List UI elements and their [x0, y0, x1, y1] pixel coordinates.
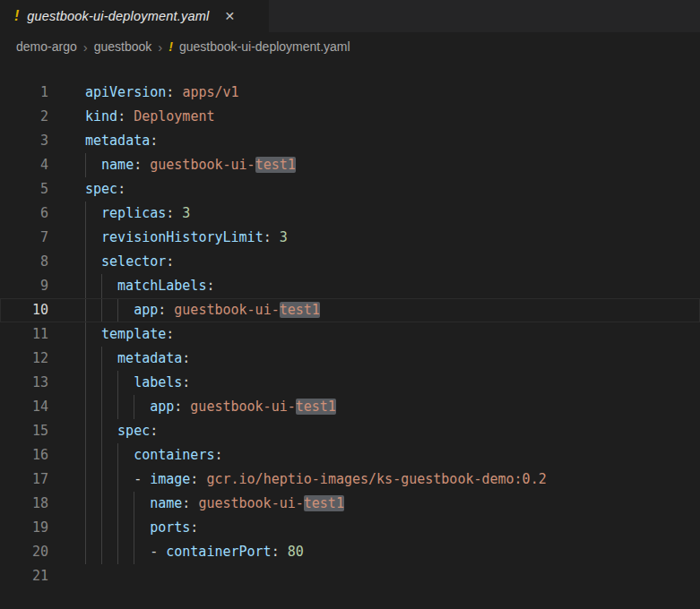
indent-guide	[101, 467, 117, 492]
close-icon[interactable]: ✕	[224, 9, 235, 23]
indent-guide	[85, 395, 101, 419]
code-line[interactable]: 19ports:	[0, 516, 700, 540]
code-line[interactable]: 8selector:	[0, 250, 700, 274]
code-text: apiVersion: apps/v1	[61, 81, 239, 105]
code-line[interactable]: 2kind: Deployment	[0, 105, 700, 129]
code-token: name	[150, 495, 182, 511]
indent-guide	[85, 419, 101, 443]
code-text: selector:	[61, 250, 174, 274]
code-line[interactable]: 10app: guestbook-ui-test1	[0, 298, 700, 322]
code-token: containerPort	[166, 544, 271, 560]
code-token: containers	[134, 447, 214, 463]
code-token: guestbook-ui-	[198, 495, 303, 511]
code-token: :	[272, 544, 280, 560]
indent-guide	[117, 443, 134, 467]
code-token: app	[150, 399, 174, 415]
code-token	[174, 205, 182, 221]
code-text: app: guestbook-ui-test1	[61, 395, 336, 419]
line-number: 17	[0, 467, 61, 492]
code-token: :	[190, 519, 198, 536]
line-number: 3	[0, 129, 61, 153]
code-token	[142, 157, 150, 173]
line-number: 2	[0, 105, 61, 129]
code-token: :	[166, 253, 174, 270]
code-line[interactable]: 6replicas: 3	[0, 202, 700, 226]
line-number: 6	[0, 202, 61, 226]
indent-guide	[85, 226, 101, 250]
indent-guide	[134, 516, 150, 540]
code-line[interactable]: 4name: guestbook-ui-test1	[0, 153, 700, 177]
code-line[interactable]: 21	[0, 564, 700, 588]
code-token: :	[117, 108, 125, 124]
line-number: 4	[0, 153, 61, 177]
code-text: matchLabels:	[61, 274, 214, 298]
editor[interactable]: 1apiVersion: apps/v12kind: Deployment3me…	[0, 61, 700, 588]
breadcrumb-item-file[interactable]: guestbook-ui-deployment.yaml	[179, 39, 350, 54]
code-token: 3	[182, 205, 190, 221]
code-line[interactable]: 17- image: gcr.io/heptio-images/ks-guest…	[0, 467, 700, 492]
code-line[interactable]: 1apiVersion: apps/v1	[0, 81, 700, 105]
code-token: -	[134, 471, 150, 487]
code-line[interactable]: 15spec:	[0, 419, 700, 443]
code-token: guestbook-ui-	[150, 157, 255, 173]
indent-guide	[117, 395, 134, 419]
line-number: 1	[0, 81, 61, 105]
breadcrumb-item-demo-argo[interactable]: demo-argo	[16, 39, 77, 54]
code-token: name	[101, 157, 134, 173]
code-text: name: guestbook-ui-test1	[61, 492, 344, 516]
code-token	[182, 399, 190, 415]
tab-guestbook-ui-deployment[interactable]: ! guestbook-ui-deployment.yaml ✕	[0, 0, 269, 32]
indent-guide	[117, 467, 134, 492]
code-token: 3	[280, 229, 288, 245]
indent-guide	[101, 516, 117, 540]
code-line[interactable]: 7revisionHistoryLimit: 3	[0, 226, 700, 250]
code-line[interactable]: 9matchLabels:	[0, 274, 700, 298]
code-line[interactable]: 12metadata:	[0, 347, 700, 371]
code-line[interactable]: 18name: guestbook-ui-test1	[0, 492, 700, 516]
code-token	[280, 544, 288, 560]
code-text: - containerPort: 80	[61, 540, 304, 564]
code-token: app	[134, 302, 158, 318]
code-text: metadata:	[61, 347, 190, 371]
code-line[interactable]: 20- containerPort: 80	[0, 540, 700, 564]
code-token: template	[101, 326, 166, 342]
indent-guide	[101, 443, 117, 467]
line-number: 15	[0, 419, 61, 443]
tab-bar: ! guestbook-ui-deployment.yaml ✕	[0, 0, 700, 32]
line-number: 13	[0, 371, 61, 395]
code-text	[61, 564, 85, 588]
indent-guide	[117, 298, 134, 322]
code-token: kind	[85, 108, 117, 124]
code-line[interactable]: 16containers:	[0, 443, 700, 467]
indent-guide	[101, 395, 117, 419]
code-token: selector	[101, 253, 166, 270]
code-text: ports:	[61, 516, 198, 540]
code-token: apiVersion	[85, 84, 166, 100]
code-token: spec	[117, 423, 150, 439]
indent-guide	[85, 274, 101, 298]
code-line[interactable]: 5spec:	[0, 177, 700, 202]
indent-guide	[117, 516, 134, 540]
code-token: ports	[150, 519, 190, 536]
code-line[interactable]: 11template:	[0, 322, 700, 347]
line-number: 21	[0, 564, 61, 588]
code-token	[166, 302, 174, 318]
code-token: :	[182, 374, 190, 390]
line-number: 11	[0, 322, 61, 347]
code-token: :	[182, 495, 190, 511]
breadcrumb-item-guestbook[interactable]: guestbook	[94, 39, 152, 54]
line-number: 12	[0, 347, 61, 371]
tab-title: guestbook-ui-deployment.yaml	[27, 9, 209, 23]
code-line[interactable]: 14app: guestbook-ui-test1	[0, 395, 700, 419]
code-token: :	[117, 181, 125, 197]
indent-guide	[85, 492, 101, 516]
indent-guide	[85, 371, 101, 395]
code-token: :	[174, 399, 182, 415]
code-text: template:	[61, 322, 174, 347]
code-token: :	[264, 229, 272, 245]
code-token: gcr.io/heptio-images/ks-guestbook-demo:0…	[206, 471, 546, 487]
code-line[interactable]: 3metadata:	[0, 129, 700, 153]
code-line[interactable]: 13labels:	[0, 371, 700, 395]
code-token: labels	[134, 374, 182, 390]
code-text: name: guestbook-ui-test1	[61, 153, 296, 177]
